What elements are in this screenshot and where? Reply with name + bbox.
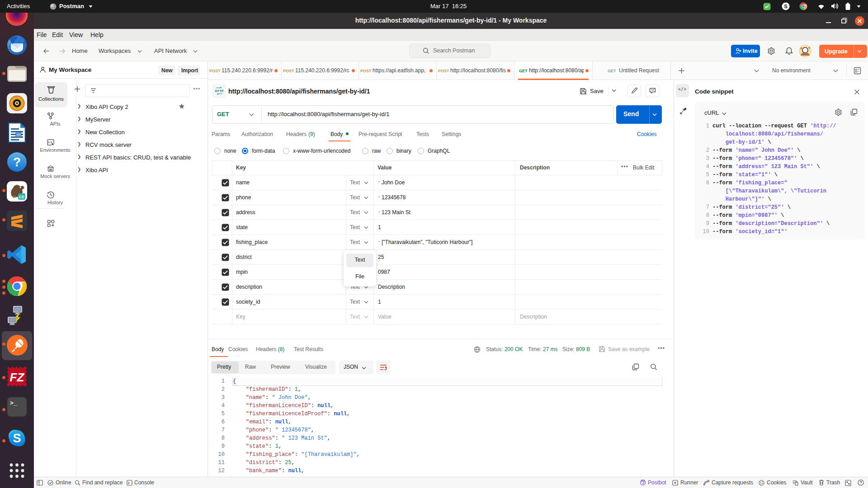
svg-text:>_: >_ [10, 400, 17, 407]
svg-text:CE: CE [19, 195, 25, 199]
svg-text:?: ? [13, 155, 21, 169]
svg-text:S: S [13, 432, 21, 445]
svg-text:FZ: FZ [10, 371, 25, 384]
svg-text:S: S [784, 4, 788, 9]
svg-text:HTTP: HTTP [215, 89, 224, 93]
